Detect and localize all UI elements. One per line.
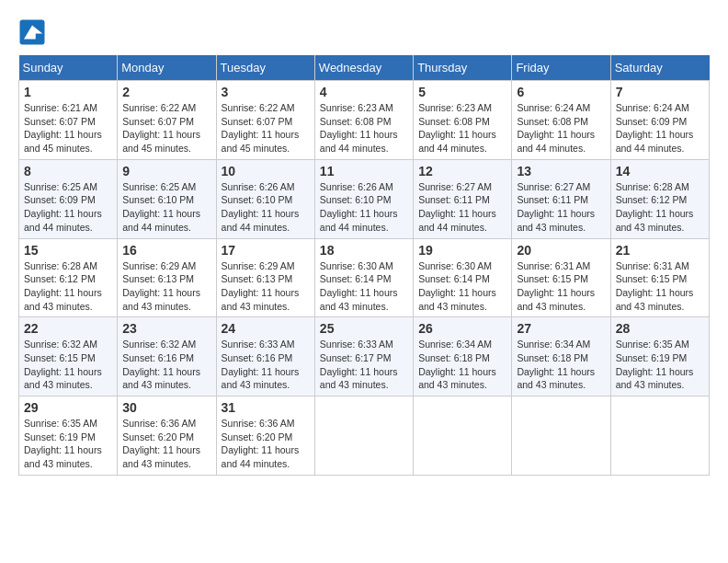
calendar-day-cell: 6 Sunrise: 6:24 AM Sunset: 6:08 PM Dayli… (512, 81, 610, 160)
calendar-day-cell: 29 Sunrise: 6:35 AM Sunset: 6:19 PM Dayl… (19, 396, 118, 476)
calendar-table: SundayMondayTuesdayWednesdayThursdayFrid… (18, 55, 710, 476)
day-number: 5 (418, 85, 506, 99)
calendar-day-cell: 8 Sunrise: 6:25 AM Sunset: 6:09 PM Dayli… (19, 159, 118, 238)
logo-icon (18, 18, 46, 46)
weekday-header: Thursday (414, 55, 512, 81)
day-number: 26 (418, 321, 506, 336)
calendar-day-cell: 11 Sunrise: 6:26 AM Sunset: 6:10 PM Dayl… (314, 159, 413, 238)
day-number: 15 (24, 243, 112, 258)
calendar-day-cell: 21 Sunrise: 6:31 AM Sunset: 6:15 PM Dayl… (610, 238, 709, 317)
day-number: 16 (122, 243, 210, 258)
calendar-day-cell (512, 396, 610, 476)
day-info: Sunrise: 6:31 AM Sunset: 6:15 PM Dayligh… (517, 259, 605, 314)
day-number: 2 (122, 85, 210, 99)
weekday-header: Wednesday (314, 55, 413, 81)
calendar-day-cell: 5 Sunrise: 6:23 AM Sunset: 6:08 PM Dayli… (414, 81, 512, 160)
weekday-header-row: SundayMondayTuesdayWednesdayThursdayFrid… (19, 55, 710, 81)
calendar-day-cell: 10 Sunrise: 6:26 AM Sunset: 6:10 PM Dayl… (216, 159, 314, 238)
day-info: Sunrise: 6:23 AM Sunset: 6:08 PM Dayligh… (418, 101, 506, 155)
day-info: Sunrise: 6:30 AM Sunset: 6:14 PM Dayligh… (418, 259, 506, 314)
calendar-day-cell: 19 Sunrise: 6:30 AM Sunset: 6:14 PM Dayl… (414, 238, 512, 317)
calendar-day-cell: 20 Sunrise: 6:31 AM Sunset: 6:15 PM Dayl… (512, 238, 610, 317)
calendar-day-cell: 24 Sunrise: 6:33 AM Sunset: 6:16 PM Dayl… (216, 317, 314, 396)
day-number: 1 (24, 85, 112, 99)
day-number: 22 (24, 321, 112, 336)
day-info: Sunrise: 6:30 AM Sunset: 6:14 PM Dayligh… (320, 259, 408, 314)
day-info: Sunrise: 6:25 AM Sunset: 6:10 PM Dayligh… (122, 180, 210, 235)
day-info: Sunrise: 6:24 AM Sunset: 6:09 PM Dayligh… (616, 101, 704, 155)
calendar-day-cell: 14 Sunrise: 6:28 AM Sunset: 6:12 PM Dayl… (610, 159, 709, 238)
calendar-day-cell: 2 Sunrise: 6:22 AM Sunset: 6:07 PM Dayli… (118, 81, 216, 160)
day-info: Sunrise: 6:25 AM Sunset: 6:09 PM Dayligh… (24, 180, 112, 235)
day-info: Sunrise: 6:33 AM Sunset: 6:17 PM Dayligh… (320, 338, 408, 392)
day-number: 21 (616, 243, 704, 258)
day-number: 25 (320, 321, 408, 336)
day-info: Sunrise: 6:36 AM Sunset: 6:20 PM Dayligh… (222, 417, 310, 471)
weekday-header: Sunday (19, 55, 118, 81)
day-info: Sunrise: 6:22 AM Sunset: 6:07 PM Dayligh… (122, 101, 210, 155)
calendar-day-cell: 12 Sunrise: 6:27 AM Sunset: 6:11 PM Dayl… (414, 159, 512, 238)
day-number: 11 (320, 164, 408, 178)
day-number: 19 (418, 243, 506, 258)
calendar-day-cell: 1 Sunrise: 6:21 AM Sunset: 6:07 PM Dayli… (19, 81, 118, 160)
day-number: 8 (24, 164, 112, 178)
calendar-day-cell: 15 Sunrise: 6:28 AM Sunset: 6:12 PM Dayl… (19, 238, 118, 317)
day-number: 10 (222, 164, 310, 178)
day-number: 23 (122, 321, 210, 336)
day-info: Sunrise: 6:28 AM Sunset: 6:12 PM Dayligh… (616, 180, 704, 235)
day-number: 20 (517, 243, 605, 258)
day-number: 9 (122, 164, 210, 178)
day-info: Sunrise: 6:22 AM Sunset: 6:07 PM Dayligh… (222, 101, 310, 155)
day-info: Sunrise: 6:21 AM Sunset: 6:07 PM Dayligh… (24, 101, 112, 155)
day-info: Sunrise: 6:23 AM Sunset: 6:08 PM Dayligh… (320, 101, 408, 155)
weekday-header: Saturday (610, 55, 709, 81)
day-info: Sunrise: 6:27 AM Sunset: 6:11 PM Dayligh… (517, 180, 605, 235)
day-number: 17 (222, 243, 310, 258)
calendar-week-row: 29 Sunrise: 6:35 AM Sunset: 6:19 PM Dayl… (19, 396, 710, 476)
day-info: Sunrise: 6:27 AM Sunset: 6:11 PM Dayligh… (418, 180, 506, 235)
day-info: Sunrise: 6:29 AM Sunset: 6:13 PM Dayligh… (122, 259, 210, 314)
calendar-week-row: 15 Sunrise: 6:28 AM Sunset: 6:12 PM Dayl… (19, 238, 710, 317)
day-info: Sunrise: 6:36 AM Sunset: 6:20 PM Dayligh… (122, 417, 210, 471)
calendar-day-cell: 9 Sunrise: 6:25 AM Sunset: 6:10 PM Dayli… (118, 159, 216, 238)
calendar-day-cell (610, 396, 709, 476)
calendar-day-cell: 28 Sunrise: 6:35 AM Sunset: 6:19 PM Dayl… (610, 317, 709, 396)
day-info: Sunrise: 6:24 AM Sunset: 6:08 PM Dayligh… (517, 101, 605, 155)
day-info: Sunrise: 6:29 AM Sunset: 6:13 PM Dayligh… (222, 259, 310, 314)
calendar-week-row: 1 Sunrise: 6:21 AM Sunset: 6:07 PM Dayli… (19, 81, 710, 160)
calendar-day-cell: 27 Sunrise: 6:34 AM Sunset: 6:18 PM Dayl… (512, 317, 610, 396)
day-number: 4 (320, 85, 408, 99)
day-number: 27 (517, 321, 605, 336)
day-info: Sunrise: 6:34 AM Sunset: 6:18 PM Dayligh… (418, 338, 506, 392)
day-number: 3 (222, 85, 310, 99)
calendar-day-cell: 18 Sunrise: 6:30 AM Sunset: 6:14 PM Dayl… (314, 238, 413, 317)
calendar-day-cell: 4 Sunrise: 6:23 AM Sunset: 6:08 PM Dayli… (314, 81, 413, 160)
calendar-day-cell: 22 Sunrise: 6:32 AM Sunset: 6:15 PM Dayl… (19, 317, 118, 396)
day-info: Sunrise: 6:28 AM Sunset: 6:12 PM Dayligh… (24, 259, 112, 314)
weekday-header: Friday (512, 55, 610, 81)
day-number: 6 (517, 85, 605, 99)
day-info: Sunrise: 6:33 AM Sunset: 6:16 PM Dayligh… (222, 338, 310, 392)
calendar-day-cell (314, 396, 413, 476)
calendar-week-row: 8 Sunrise: 6:25 AM Sunset: 6:09 PM Dayli… (19, 159, 710, 238)
weekday-header: Tuesday (216, 55, 314, 81)
day-info: Sunrise: 6:35 AM Sunset: 6:19 PM Dayligh… (616, 338, 704, 392)
day-number: 14 (616, 164, 704, 178)
day-number: 12 (418, 164, 506, 178)
calendar-day-cell: 23 Sunrise: 6:32 AM Sunset: 6:16 PM Dayl… (118, 317, 216, 396)
day-info: Sunrise: 6:35 AM Sunset: 6:19 PM Dayligh… (24, 417, 112, 471)
calendar-day-cell: 16 Sunrise: 6:29 AM Sunset: 6:13 PM Dayl… (118, 238, 216, 317)
day-number: 18 (320, 243, 408, 258)
day-number: 31 (222, 400, 310, 415)
day-number: 28 (616, 321, 704, 336)
calendar-day-cell: 17 Sunrise: 6:29 AM Sunset: 6:13 PM Dayl… (216, 238, 314, 317)
logo (18, 18, 50, 46)
page-header (18, 18, 710, 46)
day-info: Sunrise: 6:32 AM Sunset: 6:16 PM Dayligh… (122, 338, 210, 392)
calendar-day-cell: 31 Sunrise: 6:36 AM Sunset: 6:20 PM Dayl… (216, 396, 314, 476)
day-number: 13 (517, 164, 605, 178)
calendar-day-cell: 13 Sunrise: 6:27 AM Sunset: 6:11 PM Dayl… (512, 159, 610, 238)
calendar-day-cell: 25 Sunrise: 6:33 AM Sunset: 6:17 PM Dayl… (314, 317, 413, 396)
calendar-day-cell: 3 Sunrise: 6:22 AM Sunset: 6:07 PM Dayli… (216, 81, 314, 160)
day-info: Sunrise: 6:26 AM Sunset: 6:10 PM Dayligh… (320, 180, 408, 235)
